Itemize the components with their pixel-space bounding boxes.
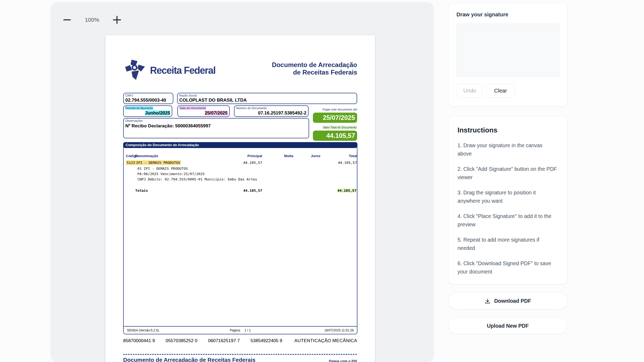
zoom-toolbar: 100%: [62, 14, 122, 25]
field-numero-documento: Número do Documento 07.16.25197.5385492-…: [234, 105, 309, 117]
undo-button[interactable]: Undo: [456, 84, 483, 98]
field-observacoes: Observações Nº Recibo Declaração: 500003…: [123, 118, 309, 138]
field-razao-social: Razão Social COLOPLAST DO BRASIL LTDA: [177, 93, 357, 104]
zoom-in-button[interactable]: [112, 14, 122, 25]
document-title: Documento de Arrecadação de Receitas Fed…: [272, 61, 357, 83]
instruction-step: 1. Draw your signature in the canvas abo…: [458, 141, 558, 158]
composition-bar: Composição do Documento de Arrecadação: [123, 142, 357, 148]
receita-federal-logo: Receita Federal: [123, 58, 215, 83]
document-fields: CNPJ 02.794.555/0003-40 Razão Social COL…: [123, 93, 357, 138]
barcode-numbers-row: 85870000441 9 05570385252 0 06071625197 …: [123, 338, 357, 343]
instruction-step: 6. Click "Download Signed PDF" to save y…: [458, 259, 558, 276]
due-date-box: 25/07/2025: [313, 113, 357, 123]
instruction-step: 4. Click "Place Signature" to add it to …: [458, 212, 558, 229]
next-section-title: Documento de Arrecadação de Receitas Fed…: [123, 357, 255, 362]
barcode-number: 53854922405 9: [251, 338, 282, 343]
instruction-step: 3. Drag the signature to position it any…: [458, 189, 558, 205]
document-footer-bar: SENDA (Versão:5.2.5) Página:1 / 1 16/07/…: [124, 326, 357, 334]
total-value-box: 44.105,57: [313, 131, 357, 141]
field-data-vencimento: Data de Vencimento 25/07/2025: [177, 105, 230, 117]
table-totals-row: Totais 44.105,57 44.105,57: [124, 189, 357, 193]
cut-line-separator: [123, 354, 357, 355]
composition-table: Composição do Documento de Arrecadação C…: [123, 142, 357, 334]
payment-summary: Pagar este documento até 25/07/2025 Valo…: [313, 107, 357, 141]
zoom-out-button[interactable]: [62, 14, 72, 25]
instruction-step: 5. Repeat to add more signatures if need…: [458, 236, 558, 252]
page-indicator: Página:1 / 1: [124, 328, 357, 332]
barcode-number: 06071625197 7: [208, 338, 240, 343]
brand-wordmark: Receita Federal: [150, 65, 215, 76]
barcode-number: 05570385252 0: [166, 338, 197, 343]
plus-icon: [113, 16, 121, 24]
pdf-viewer: 100% Receita Federal: [50, 2, 434, 362]
field-periodo-apuracao: Período de Apuração Junho/2025: [123, 105, 172, 117]
signature-card: Draw your signature Undo Clear: [448, 3, 568, 106]
signature-card-title: Draw your signature: [456, 12, 559, 18]
barcode-number: 85870000441 9: [123, 338, 155, 343]
field-cnpj: CNPJ 02.794.555/0003-40: [123, 93, 173, 104]
pdf-page: Receita Federal Documento de Arrecadação…: [105, 35, 375, 362]
instructions-card: Instructions 1. Draw your signature in t…: [448, 116, 568, 284]
signature-sidebar: Draw your signature Undo Clear Instructi…: [448, 3, 568, 334]
upload-new-pdf-button[interactable]: Upload New PDF: [448, 317, 568, 334]
table-row: 5123 IPI - DEMAIS PRODUTOS 44.105,57 44.…: [124, 161, 357, 165]
instruction-step: 2. Click "Add Signature" button on the P…: [458, 165, 558, 182]
receita-federal-emblem-icon: [123, 58, 148, 83]
signature-canvas[interactable]: [456, 24, 559, 77]
pix-label: Pague com o PIX: [329, 359, 357, 362]
download-pdf-button[interactable]: Download PDF: [448, 293, 568, 309]
document-header: Receita Federal Documento de Arrecadação…: [123, 58, 357, 83]
pagar-ate-label: Pagar este documento até: [323, 108, 357, 111]
download-icon: [485, 298, 491, 304]
table-row-details: 01 IPI - DEMAIS PRODUTOS PA:06/2025 Venc…: [137, 166, 357, 182]
minus-icon: [63, 19, 71, 20]
autenticacao-mecanica-label: AUTENTICAÇÃO MECÂNICA: [294, 338, 357, 343]
zoom-level: 100%: [83, 17, 101, 23]
table-header-row: Código Denominação Principal Multa Juros…: [124, 154, 357, 158]
clear-button[interactable]: Clear: [486, 84, 515, 98]
instructions-title: Instructions: [458, 126, 558, 134]
valor-total-label: Valor Total do Documento: [322, 125, 357, 129]
